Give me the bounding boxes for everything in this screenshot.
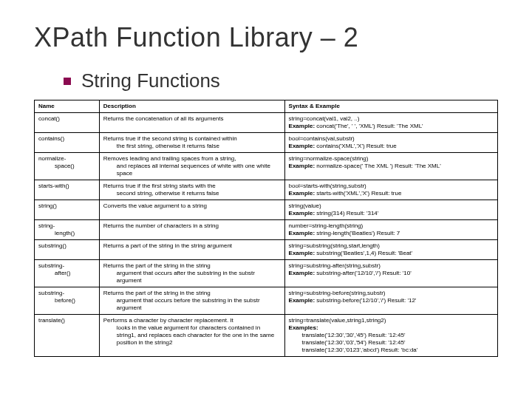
name-rest: length() [38,230,95,237]
desc-line: Returns true if the second string is con… [103,135,237,142]
desc-rest: second string, otherwise it returns fals… [103,190,281,197]
syntax-line: string=substring-after(string,substr) [289,262,381,269]
example-body: starts-with('XML','X') Result: true [315,190,401,197]
desc-rest: argument that occurs after the substring… [103,270,281,284]
desc-rest: argument that occurs before the substrin… [103,297,281,312]
example-label: Example: [289,230,316,236]
example-line: translate('12:30','0123','abcd') Result:… [289,347,494,354]
cell-description: Converts the value argument to a string [99,200,284,220]
syntax-line: bool=starts-with(string,substr) [289,183,366,189]
example-body: normalize-space(' The XML ') Result: 'Th… [315,163,441,169]
desc-rest: looks in the value argument for characte… [103,324,281,347]
cell-syntax: bool=contains(val,substr) Example: conta… [284,133,497,153]
name-line1: substring- [38,262,64,269]
syntax-line: string=translate(value,string1,string2) [289,317,386,324]
cell-description: Returns the concatenation of all its arg… [99,113,284,133]
desc-line: Removes leading and trailing spaces from… [103,155,236,162]
table-row: substring- after() Returns the part of t… [35,260,498,287]
name-rest: before() [38,297,95,304]
col-header-description: Description [99,100,284,113]
example-label: Example: [289,270,316,276]
table-row: translate() Performs a character by char… [35,315,498,357]
cell-syntax: string=concat(val1, val2, ..) Example: c… [284,113,497,133]
example-label: Example: [289,250,316,256]
cell-description: Returns true if the second string is con… [99,133,284,153]
cell-description: Returns the part of the string in the st… [99,260,284,287]
example-line: translate('12:30','30','45') Result: '12… [289,332,494,339]
example-label: Example: [289,210,316,216]
cell-name: substring- after() [35,260,100,287]
table-row: substring- before() Returns the part of … [35,287,498,315]
cell-syntax: bool=starts-with(string,substr) Example:… [284,180,497,200]
example-line: translate('12:30','03','54') Result: '12… [289,339,494,347]
cell-description: Performs a character by character replac… [99,315,284,357]
examples-label: Examples: [289,324,318,331]
cell-name: concat() [35,113,100,133]
cell-syntax: string=substring(string,start,length) Ex… [284,240,497,260]
example-label: Example: [289,163,316,169]
col-header-name: Name [35,100,100,113]
cell-name: starts-with() [35,180,100,200]
cell-description: Returns a part of the string in the stri… [99,240,284,260]
cell-name: string() [35,200,100,220]
cell-description: Returns the part of the string in the st… [99,287,284,315]
syntax-line: string=concat(val1, val2, ..) [289,115,360,122]
table-row: substring() Returns a part of the string… [35,240,498,260]
example-label: Example: [289,143,316,149]
desc-line: Returns the part of the string in the st… [103,262,211,269]
functions-table: Name Description Syntax & Example concat… [34,100,498,357]
name-rest: space() [38,163,95,170]
example-label: Example: [289,190,316,197]
example-body: string-length('Beatles') Result: 7 [315,230,400,236]
name-line1: normalize- [38,155,66,162]
cell-description: Returns the number of characters in a st… [99,220,284,240]
table-row: concat() Returns the concatenation of al… [35,113,498,133]
desc-line: Returns true if the first string starts … [103,183,216,189]
cell-syntax: string=normalize-space(string) Example: … [284,153,497,180]
example-body: string(314) Result: '314' [315,210,378,216]
table-row: string- length() Returns the number of c… [35,220,498,240]
slide: XPath Function Library – 2 String Functi… [0,0,532,399]
cell-name: string- length() [35,220,100,240]
syntax-line: string(value) [289,202,321,209]
cell-name: normalize- space() [35,153,100,180]
name-line1: string- [38,222,55,229]
subhead-text: String Functions [81,69,220,92]
table-row: starts-with() Returns true if the first … [35,180,498,200]
cell-syntax: string=substring-after(string,substr) Ex… [284,260,497,287]
cell-syntax: string(value) Example: string(314) Resul… [284,200,497,220]
example-body: substring-before('12/10','/') Result: '1… [315,297,416,304]
table-row: contains() Returns true if the second st… [35,133,498,153]
desc-line: Performs a character by character replac… [103,317,233,324]
desc-rest: the first string, otherwise it returns f… [103,143,281,150]
cell-syntax: number=string-length(string) Example: st… [284,220,497,240]
table-row: string() Converts the value argument to … [35,200,498,220]
syntax-line: string=substring(string,start,length) [289,242,380,249]
syntax-line: number=string-length(string) [289,222,364,229]
syntax-line: bool=contains(val,substr) [289,135,355,142]
syntax-line: string=substring-before(string,substr) [289,290,386,296]
desc-line: Returns the part of the string in the st… [103,290,211,296]
example-label: Example: [289,123,316,129]
example-body: concat('The', ' ', 'XML') Result: 'The X… [315,123,423,129]
example-body: substring('Beatles',1,4) Result: 'Beat' [315,250,412,256]
cell-name: substring- before() [35,287,100,315]
example-label: Example: [289,297,316,304]
cell-description: Removes leading and trailing spaces from… [99,153,284,180]
syntax-line: string=normalize-space(string) [289,155,369,162]
name-rest: after() [38,270,95,277]
bullet-square-icon [64,78,71,85]
cell-name: translate() [35,315,100,357]
cell-name: contains() [35,133,100,153]
table-header-row: Name Description Syntax & Example [35,100,498,113]
cell-syntax: string=translate(value,string1,string2) … [284,315,497,357]
example-body: contains('XML','X') Result: true [315,143,397,149]
cell-description: Returns true if the first string starts … [99,180,284,200]
table-row: normalize- space() Removes leading and t… [35,153,498,180]
example-body: substring-after('12/10','/') Result: '10… [315,270,412,276]
cell-syntax: string=substring-before(string,substr) E… [284,287,497,315]
name-line1: substring- [38,290,64,296]
page-title: XPath Function Library – 2 [34,22,498,53]
desc-rest: and replaces all internal sequences of w… [103,163,281,177]
subhead-row: String Functions [64,69,498,92]
